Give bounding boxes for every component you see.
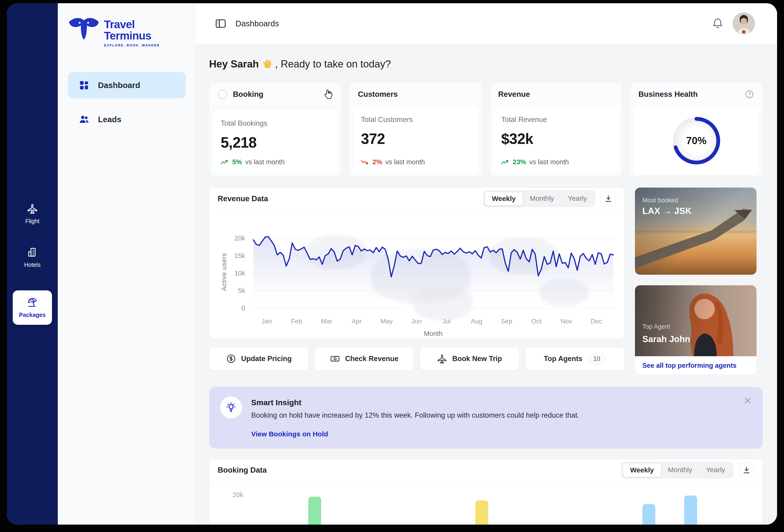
screenshot-stage: Flight Hotels Packages Travel [0,0,784,532]
stat-card-body: Total Customers 372 2% vs last month [353,106,479,174]
stat-label: Total Customers [361,115,471,124]
book-new-trip-button[interactable]: Book New Trip [420,347,519,370]
main-area: Dashboards Hey Sarah [195,3,777,525]
update-pricing-button[interactable]: Update Pricing [209,347,308,370]
tab-yearly[interactable]: Yearly [561,192,594,205]
tab-weekly[interactable]: Weekly [485,192,523,205]
check-revenue-button[interactable]: Check Revenue [314,347,414,370]
right-column: Most booked LAX → JSK [635,188,756,375]
sidebar: Travel Terminus EXPLORE. BOOK. WANDER Da… [58,3,195,525]
tab-weekly[interactable]: Weekly [623,463,661,477]
user-avatar[interactable] [733,12,755,35]
top-agent-photo-wrap: Top Agent Sarah John [635,285,756,356]
most-booked-card[interactable]: Most booked LAX → JSK [635,188,756,275]
greeting-question: , Ready to take on today? [275,58,391,70]
sidebar-item-dashboard[interactable]: Dashboard [68,72,186,99]
download-button[interactable] [601,191,616,206]
trend-up-icon [501,159,509,165]
section-title: Revenue Data [218,194,268,203]
travel-terminus-logo-icon [68,17,100,44]
download-button[interactable] [739,463,754,478]
tab-monthly[interactable]: Monthly [661,463,699,477]
most-booked-tag: Most booked [642,197,678,204]
radio-icon[interactable] [218,90,227,99]
stat-card-body: 70% [633,106,760,175]
stat-delta: 23% vs last month [501,158,569,166]
delta-note: vs last month [245,158,285,166]
stat-delta: 2% vs last month [361,158,425,166]
middle-row: Revenue Data Weekly Monthly Yearly [209,188,763,375]
stat-value: 372 [361,130,471,147]
stat-card-header: Booking [209,82,342,106]
top-agents-button[interactable]: Top Agents 10 [525,347,624,370]
stat-card-header: Customers [349,82,482,106]
x-axis-tick: Jan [261,318,272,325]
mouse-cursor-icon [323,89,333,100]
logo-line2: Terminus [104,30,160,41]
stat-card-revenue[interactable]: Revenue Total Revenue $32k 23% vs last m… [489,82,622,177]
rail-item-label: Hotels [24,261,41,268]
sidebar-item-leads[interactable]: Leads [68,106,186,133]
close-icon[interactable] [743,396,753,405]
top-agent-tag: Top Agent [642,323,670,330]
x-axis-tick: Sep [501,318,512,325]
stat-value: 5,218 [221,134,330,151]
insight-body: Booking on hold have increased by 12% th… [251,411,579,420]
top-agent-name: Sarah John [642,334,690,344]
download-icon [604,194,613,203]
wave-emoji-icon [261,59,272,69]
rail-item-packages[interactable]: Packages [13,290,52,325]
x-axis-tick: Dec [591,318,602,325]
top-agent-card[interactable]: Top Agent Sarah John See all top perform… [635,285,756,375]
stat-label: Total Revenue [501,115,611,124]
logo-text: Travel Terminus EXPLORE. BOOK. WANDER [104,17,160,47]
y-axis-tick: 20k [220,234,245,242]
bar-oct [642,504,655,525]
trend-up-icon [221,159,229,165]
bar-jun [475,500,488,525]
tab-monthly[interactable]: Monthly [523,192,561,205]
rail-item-hotels[interactable]: Hotels [24,247,41,268]
stacked-card-edge [215,106,336,108]
stacked-card-edge [214,108,338,110]
tab-yearly[interactable]: Yearly [699,463,732,477]
notification-bell-icon[interactable] [711,17,724,30]
action-label: Book New Trip [452,355,502,363]
delta-value: 23% [513,158,526,166]
stat-label: Total Bookings [221,119,330,128]
stat-card-body: Total Bookings 5,218 5% vs last month [212,110,339,174]
sidebar-nav: Dashboard Leads [68,72,186,133]
panel-left-icon[interactable] [215,18,227,30]
revenue-card-header: Revenue Data Weekly Monthly Yearly [209,188,624,209]
health-percent: 70% [671,115,722,166]
help-circle-icon[interactable] [745,89,754,99]
x-axis-tick: Aug [471,318,482,325]
revenue-chart: Active users 20k15k10k5k0 JanFebMarAprMa… [209,209,624,339]
delta-value: 5% [232,158,242,166]
y-axis-tick: 10k [220,270,245,277]
stat-card-business-health[interactable]: Business Health 70 [630,82,763,177]
y-axis-tick: 0 [220,305,245,312]
stat-card-customers[interactable]: Customers Total Customers 372 2% vs last… [349,82,482,177]
banknote-icon [330,354,340,364]
health-donut: 70% [671,115,722,166]
bulb-circle [220,397,242,418]
view-bookings-on-hold-link[interactable]: View Bookings on Hold [251,430,328,438]
sidebar-item-label: Leads [98,115,121,124]
rail-item-flight[interactable]: Flight [25,203,39,225]
sidebar-item-label: Dashboard [98,81,140,90]
logo-tagline: EXPLORE. BOOK. WANDER [104,44,160,47]
x-axis-tick: Mar [321,318,332,325]
photo-shade [635,285,756,356]
greeting: Hey Sarah , Ready to take on today? [209,58,763,70]
beach-umbrella-icon [27,297,38,308]
x-axis-label: Month [424,330,443,337]
x-axis-tick: Feb [291,318,302,325]
stat-card-booking[interactable]: Booking Total Bookings 5,218 5% vs last … [209,82,342,177]
stat-card-title: Booking [233,90,263,99]
x-axis-tick: Jul [442,318,451,325]
see-all-agents-link[interactable]: See all top performing agents [635,356,756,375]
x-axis-tick: Nov [561,318,572,325]
x-axis-tick: Oct [531,318,541,325]
y-axis-tick: 5k [220,287,245,295]
